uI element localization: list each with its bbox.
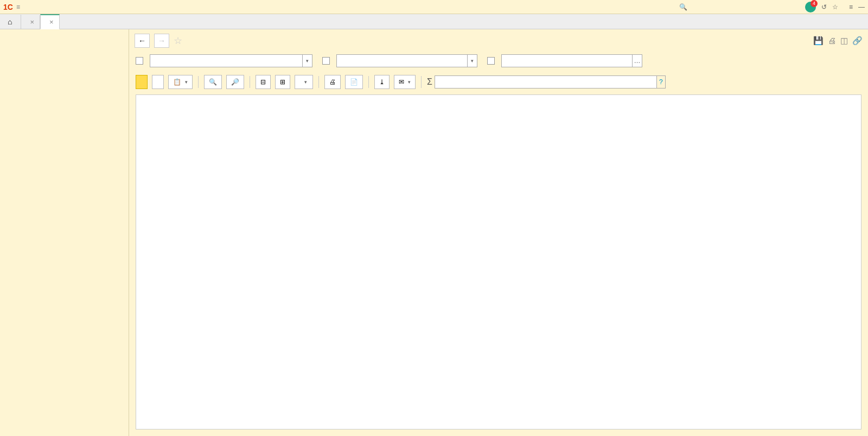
find-clear-button[interactable]: 🔎 [226,75,244,89]
filter-bar: ▾ ▾ … [129,52,868,73]
export-button[interactable]: ⤓ [374,75,390,89]
save-icon[interactable]: 💾 [813,36,824,46]
global-search[interactable]: 🔍 [679,3,799,11]
variants-button[interactable]: 📋▾ [168,75,193,89]
lk-checkbox[interactable] [136,57,143,65]
toolbar: 📋▾ 🔍 🔎 ⊟ ⊞ ▾ 🖨 📄 ⤓ ✉▾ Σ ? [129,73,868,94]
settings-lines-icon[interactable]: ≡ [849,3,853,11]
history-icon[interactable]: ↺ [821,3,827,11]
popout-icon[interactable]: ◫ [840,36,848,46]
tovar-input[interactable]: ▾ [336,54,477,67]
sklad-checkbox[interactable] [487,57,495,65]
tab-home[interactable] [2,15,21,29]
notification-badge[interactable] [805,2,816,12]
sidebar [0,29,129,436]
expand-to-button[interactable]: ▾ [295,75,313,89]
topbar: 1C ≡ 🔍 ↺ ☆ ≡ — [0,0,868,14]
titlebar: ← → ☆ 💾 🖨 ◫ 🔗 [129,29,868,52]
find-button[interactable]: 🔍 [204,75,222,89]
app-logo: 1C [3,3,13,11]
minimize-icon[interactable]: — [858,3,865,11]
settings-button[interactable] [152,75,164,89]
tab-info[interactable]: × [21,15,40,29]
preview-button[interactable]: 📄 [345,75,363,89]
tabbar: × × [0,14,868,29]
star-icon[interactable]: ☆ [174,35,182,47]
favorite-icon[interactable]: ☆ [832,3,838,11]
sigma-input[interactable] [435,75,657,89]
search-input[interactable] [690,3,787,11]
link-icon[interactable]: 🔗 [852,36,863,46]
ellipsis-icon[interactable]: … [632,55,642,67]
sklad-input[interactable]: … [501,54,642,67]
menu-icon[interactable]: ≡ [16,3,20,11]
forward-button[interactable]: → [154,34,169,48]
print-button[interactable]: 🖨 [324,75,341,89]
expand-button[interactable]: ⊞ [275,75,290,89]
form-button[interactable] [136,75,148,89]
lk-input[interactable]: ▾ [150,54,312,67]
search-icon: 🔍 [679,3,687,11]
print-icon[interactable]: 🖨 [828,36,836,46]
tab-active[interactable]: × [40,14,60,29]
report-table[interactable] [136,94,861,429]
dropdown-icon[interactable]: ▾ [302,55,312,67]
tovar-checkbox[interactable] [322,57,330,65]
help-icon[interactable]: ? [657,75,666,89]
mail-button[interactable]: ✉▾ [394,75,416,89]
collapse-button[interactable]: ⊟ [256,75,271,89]
dropdown-icon[interactable]: ▾ [467,55,477,67]
sigma-icon: Σ [427,77,432,87]
close-icon[interactable]: × [49,18,54,26]
close-icon[interactable]: × [30,18,34,26]
back-button[interactable]: ← [135,34,150,48]
